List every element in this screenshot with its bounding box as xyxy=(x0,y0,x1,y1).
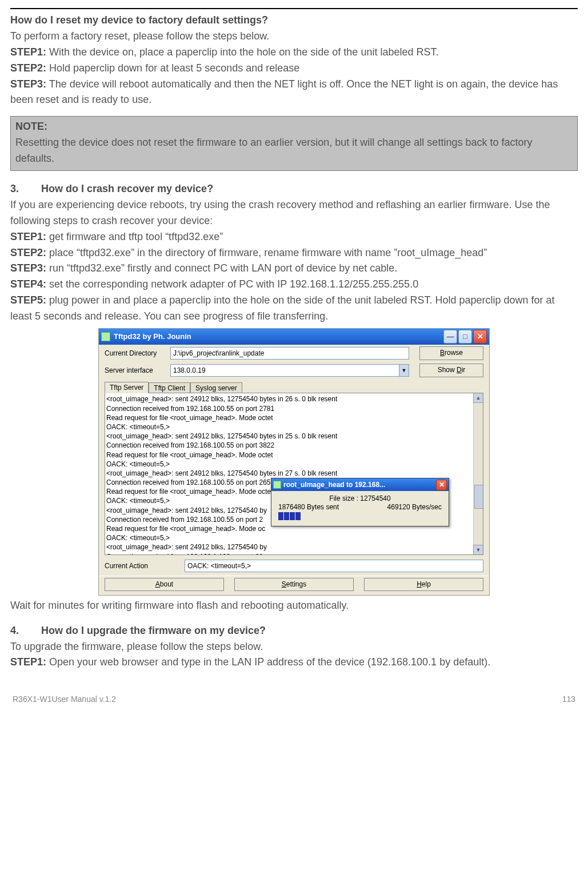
log-content: <root_uimage_head>: sent 24912 blks, 127… xyxy=(106,394,482,555)
s1-step2-label: STEP2: xyxy=(10,62,46,74)
window-title: Tftpd32 by Ph. Jounin xyxy=(114,332,191,341)
help-button[interactable]: Help xyxy=(364,578,483,590)
popup-rate: 469120 Bytes/sec xyxy=(387,503,442,511)
log-line: OACK: <timeout=5,> xyxy=(106,422,482,432)
s2-step5-label: STEP5: xyxy=(10,294,46,306)
note-box: NOTE: Resetting the device does not rese… xyxy=(10,116,578,171)
progress-bar xyxy=(278,512,442,520)
s1-step1-label: STEP1: xyxy=(10,46,46,58)
log-line: OACK: <timeout=5,> xyxy=(106,533,482,542)
tftpd32-window: Tftpd32 by Ph. Jounin — □ ✕ Current Dire… xyxy=(98,328,490,596)
heading-factory-reset: How do I reset my device to factory defa… xyxy=(10,13,578,29)
section-4-num: 4. xyxy=(10,623,41,639)
log-line: <root_uimage_head>: sent 24912 blks, 127… xyxy=(106,432,482,441)
s2-wait: Wait for minutes for writing firmware in… xyxy=(10,598,578,614)
popup-filesize: File size : 12754540 xyxy=(278,494,442,502)
tab-tftp-server[interactable]: Tftp Server xyxy=(105,382,149,393)
s1-step1-text: With the device on, place a paperclip in… xyxy=(46,46,438,58)
s1-intro: To perform a factory reset, please follo… xyxy=(10,29,578,45)
minimize-button[interactable]: — xyxy=(443,330,457,344)
log-line: Connection received from 192.168.100.55 … xyxy=(106,441,482,450)
current-dir-input[interactable]: J:\ipv6_project\ranlink_update xyxy=(170,347,409,360)
transfer-popup: root_uImage_head to 192.168... ✕ File si… xyxy=(271,478,449,526)
footer-left: R36X1-W1User Manual v.1.2 xyxy=(13,693,116,706)
s2-step1-label: STEP1: xyxy=(10,231,46,242)
popup-close-button[interactable]: ✕ xyxy=(436,480,447,490)
log-line: <root_uimage_head>: sent 24912 blks, 127… xyxy=(106,394,482,404)
tabs: Tftp Server Tftp Client Syslog server xyxy=(99,379,489,393)
s2-step4-label: STEP4: xyxy=(10,278,46,290)
maximize-button[interactable]: □ xyxy=(458,330,472,344)
settings-button[interactable]: Settings xyxy=(234,578,354,590)
close-button[interactable]: ✕ xyxy=(473,330,487,344)
popup-bytes-sent: 1876480 Bytes sent xyxy=(278,503,339,511)
section-3-title: How do I crash recover my device? xyxy=(41,183,213,194)
log-line: <root_uimage_head>: sent 24912 blks, 127… xyxy=(106,542,482,552)
log-line: Connection received from 192.168.1.120 o… xyxy=(106,552,482,556)
s2-step4-text: set the corresponding network adapter of… xyxy=(46,278,418,290)
s3-intro: To upgrade the firmware, please follow t… xyxy=(10,639,578,655)
dropdown-arrow-icon[interactable]: ▼ xyxy=(399,365,409,376)
note-label: NOTE: xyxy=(15,119,573,135)
log-line: OACK: <timeout=5,> xyxy=(106,460,482,469)
log-box[interactable]: <root_uimage_head>: sent 24912 blks, 127… xyxy=(105,393,483,555)
about-button[interactable]: About xyxy=(105,578,224,590)
server-iface-label: Server interface xyxy=(105,366,170,374)
s2-step2-text: place “tftpd32.exe” in the directory of … xyxy=(46,247,487,258)
log-line: <root_uimage_head>: sent 24912 blks, 127… xyxy=(106,469,482,478)
s1-step3-label: STEP3: xyxy=(10,78,46,90)
scroll-up-icon[interactable]: ▲ xyxy=(473,393,483,403)
popup-app-icon xyxy=(273,481,281,489)
s2-intro: If you are experiencing device reboots, … xyxy=(10,197,578,229)
current-action-label: Current Action xyxy=(105,562,185,570)
tab-tftp-client[interactable]: Tftp Client xyxy=(149,382,190,393)
s3-step1-label: STEP1: xyxy=(10,656,46,668)
app-icon xyxy=(101,332,110,341)
server-iface-value: 138.0.0.19 xyxy=(173,366,206,374)
showdir-button[interactable]: Show Dir xyxy=(419,364,483,377)
browse-button[interactable]: Browse xyxy=(419,346,483,360)
scroll-thumb[interactable] xyxy=(474,485,483,509)
s1-step2-text: Hold paperclip down for at least 5 secon… xyxy=(46,62,299,74)
log-line: Connection received from 192.168.100.55 … xyxy=(106,404,482,413)
current-dir-value: J:\ipv6_project\ranlink_update xyxy=(173,349,264,357)
s2-step1-text: get firmware and tftp tool “tftpd32.exe” xyxy=(46,231,223,242)
section-4-title: How do I upgrade the firmware on my devi… xyxy=(41,625,266,636)
s1-step3-text: The device will reboot automatically and… xyxy=(10,78,558,106)
s2-step5-text: plug power in and place a paperclip into… xyxy=(10,294,555,322)
titlebar[interactable]: Tftpd32 by Ph. Jounin — □ ✕ xyxy=(99,329,489,345)
section-3-num: 3. xyxy=(10,181,41,197)
s2-step2-label: STEP2: xyxy=(10,247,46,258)
scrollbar[interactable]: ▲ ▼ xyxy=(473,393,483,554)
current-action-value: OACK: <timeout=5,> xyxy=(185,560,483,572)
server-iface-select[interactable]: 138.0.0.19 ▼ xyxy=(170,364,409,377)
note-body: Resetting the device does not reset the … xyxy=(15,135,573,167)
s3-step1-text: Open your web browser and type in the LA… xyxy=(46,656,490,668)
current-dir-label: Current Directory xyxy=(105,349,170,357)
scroll-down-icon[interactable]: ▼ xyxy=(473,545,483,555)
log-line: Read request for file <root_uimage_head>… xyxy=(106,450,482,460)
tab-syslog[interactable]: Syslog server xyxy=(190,382,242,393)
s2-step3-label: STEP3: xyxy=(10,262,46,274)
footer-right: 113 xyxy=(562,693,575,706)
log-line: Read request for file <root_uimage_head>… xyxy=(106,413,482,422)
s2-step3-text: run “tftpd32.exe” firstly and connect PC… xyxy=(46,262,397,274)
popup-title-text: root_uImage_head to 192.168... xyxy=(283,481,385,489)
